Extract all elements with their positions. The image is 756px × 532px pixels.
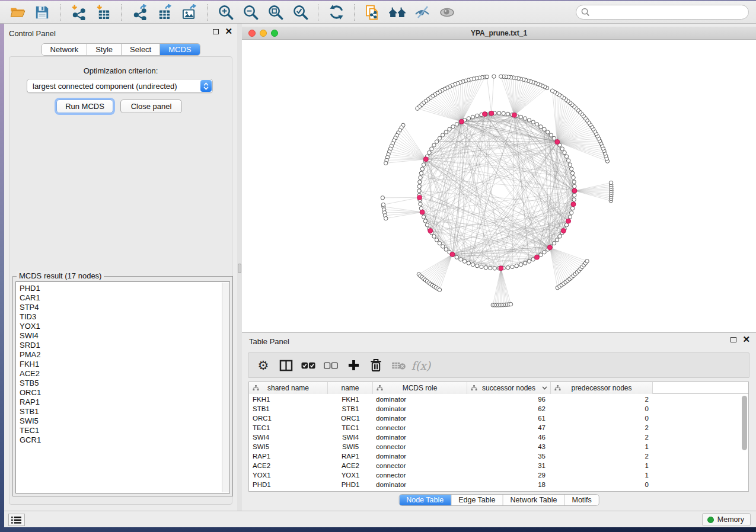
apply-layout-button[interactable] [326,3,347,22]
network-node[interactable] [563,150,566,154]
table-cell[interactable]: dominator [376,451,406,461]
column-header-name[interactable]: name [328,382,373,394]
network-node[interactable] [423,219,427,223]
table-cell[interactable]: 31 [467,461,546,470]
tab-motifs[interactable]: Motifs [564,495,598,505]
network-node[interactable] [543,127,546,131]
network-hub-node[interactable] [547,245,552,250]
network-node[interactable] [570,206,574,210]
table-cell[interactable]: PHD1 [253,480,271,489]
copy-network-button[interactable] [362,3,383,22]
table-cell[interactable]: SWI4 [253,432,269,442]
network-hub-node[interactable] [450,252,455,257]
network-node[interactable] [566,159,570,162]
network-node[interactable] [419,175,422,179]
column-header-predecessor-nodes[interactable]: predecessor nodes [551,382,653,394]
mcds-result-list[interactable]: PHD1CAR1STP4TID3YOX1SWI4SRD1PMA2FKH1ACE2… [15,281,230,493]
network-node[interactable] [438,288,441,291]
panel-splitter[interactable] [237,24,242,511]
table-row[interactable]: SWI5SWI5connector431 [249,442,748,451]
tab-network-table[interactable]: Network Table [503,495,565,505]
table-scrollbar[interactable] [742,396,747,450]
network-node[interactable] [523,261,527,265]
float-panel-icon[interactable] [213,29,219,34]
table-cell[interactable]: 0 [551,404,649,414]
mcds-list-scrollbar[interactable] [222,283,229,492]
network-node[interactable] [384,216,388,220]
table-cell[interactable]: YOX1 [253,470,271,480]
network-node[interactable] [552,241,556,245]
table-cell[interactable]: YOX1 [328,470,373,480]
table-cell[interactable]: 2 [551,395,649,404]
table-cell[interactable]: ACE2 [328,461,373,470]
column-header-successor-nodes[interactable]: successor nodes [467,382,551,394]
network-hub-node[interactable] [417,195,422,200]
table-cell[interactable]: connector [376,442,406,451]
export-network-button[interactable] [129,3,150,22]
network-node[interactable] [539,125,543,129]
network-node[interactable] [422,163,425,166]
memory-button[interactable]: Memory [702,513,751,526]
network-node[interactable] [519,262,522,266]
table-cell[interactable]: STB1 [328,404,373,414]
network-node[interactable] [539,253,543,257]
network-node[interactable] [484,265,487,269]
network-node[interactable] [441,133,445,137]
delete-table-button[interactable] [387,355,410,376]
hide-selected-button[interactable] [412,3,433,22]
run-mcds-button[interactable]: Run MCDS [56,100,113,113]
network-node[interactable] [572,180,576,184]
mcds-result-item[interactable]: PHD1 [20,284,229,293]
network-node[interactable] [564,155,568,158]
network-node[interactable] [573,193,576,197]
network-node[interactable] [444,130,448,134]
network-node[interactable] [441,245,445,248]
column-header-shared-name[interactable]: shared name [249,382,328,394]
network-node[interactable] [585,259,589,263]
network-hub-node[interactable] [534,255,539,259]
table-cell[interactable]: 29 [467,470,546,480]
network-hub-node[interactable] [423,157,428,162]
open-session-button[interactable] [7,3,28,22]
network-hub-node[interactable] [460,119,464,124]
table-row[interactable]: TEC1TEC1connector472 [249,423,748,432]
network-hub-node[interactable] [483,112,487,117]
network-node[interactable] [489,266,492,270]
column-layout-button[interactable] [275,355,297,376]
table-cell[interactable]: SWI5 [328,442,373,451]
import-network-button[interactable] [68,3,89,22]
table-cell[interactable]: RAP1 [253,451,270,461]
network-node[interactable] [572,198,576,201]
mcds-result-item[interactable]: RAP1 [20,398,229,407]
network-node[interactable] [428,150,431,154]
table-row[interactable]: PHD1PHD1dominator180 [249,480,748,489]
table-row[interactable]: FKH1FKH1dominator962 [249,395,748,404]
network-node[interactable] [467,117,470,120]
network-node[interactable] [511,265,514,268]
first-neighbors-button[interactable] [387,3,408,22]
network-node[interactable] [552,136,556,140]
table-row[interactable]: STB1STB1dominator620 [249,404,748,414]
network-node[interactable] [564,223,568,227]
mcds-result-item[interactable]: SWI4 [20,331,229,341]
mcds-result-item[interactable]: CAR1 [20,293,229,303]
zoom-in-button[interactable] [215,3,236,22]
network-node[interactable] [425,223,429,227]
network-node[interactable] [432,235,436,238]
network-node[interactable] [384,161,388,165]
network-canvas[interactable] [242,40,756,332]
network-node[interactable] [462,259,466,263]
network-node[interactable] [455,255,458,259]
network-node[interactable] [515,264,518,267]
network-node[interactable] [509,302,512,306]
network-hub-node[interactable] [571,202,576,207]
table-row[interactable]: ORC1ORC1dominator610 [249,414,748,423]
network-hub-node[interactable] [561,228,566,233]
table-cell[interactable]: 0 [551,414,649,423]
table-cell[interactable]: 47 [467,423,546,432]
network-node[interactable] [573,184,576,188]
mcds-result-item[interactable]: GCR1 [20,435,229,445]
network-node[interactable] [422,215,425,219]
network-node[interactable] [432,143,436,147]
table-cell[interactable]: connector [376,423,406,432]
